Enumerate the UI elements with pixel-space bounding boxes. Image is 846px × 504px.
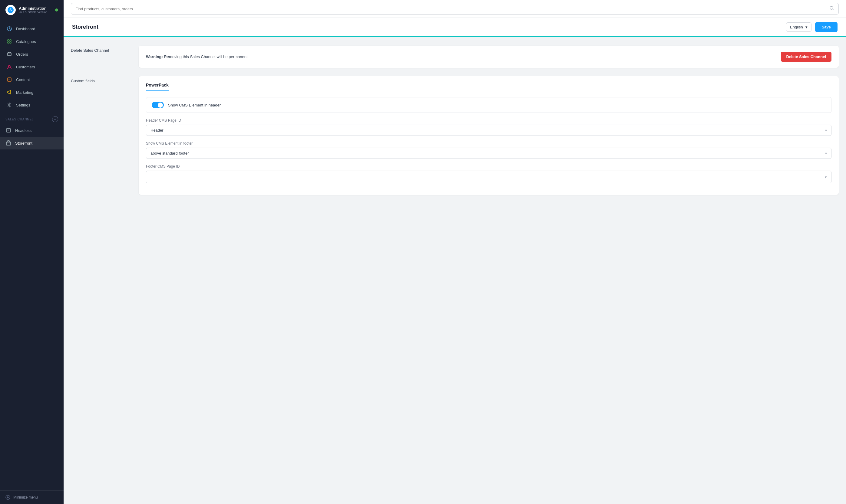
sales-channel-section: Sales Channel + — [0, 111, 64, 124]
headless-icon — [5, 127, 12, 133]
custom-fields-section-row: Custom fields PowerPack Show CMS Element… — [71, 76, 839, 195]
chevron-down-icon: ▾ — [825, 151, 827, 156]
main-content: Storefront English ▾ Save Delete Sales C… — [64, 0, 846, 504]
orders-icon — [6, 51, 13, 57]
powerpack-tab[interactable]: PowerPack — [146, 83, 169, 91]
sidebar-item-label: Dashboard — [16, 26, 35, 31]
svg-point-10 — [9, 104, 10, 106]
svg-rect-6 — [10, 42, 11, 43]
chevron-down-icon: ▾ — [825, 175, 827, 179]
custom-fields-card: PowerPack Show CMS Element in header Hea… — [139, 76, 839, 195]
svg-rect-5 — [7, 42, 9, 43]
channel-label: Headless — [15, 128, 32, 133]
minimize-button[interactable]: Minimize menu — [5, 495, 58, 500]
customers-icon — [6, 64, 13, 70]
chevron-down-icon: ▾ — [806, 25, 808, 29]
catalogues-icon — [6, 38, 13, 44]
footer-cms-value: above standard footer — [151, 151, 189, 156]
header-cms-label: Header CMS Page ID — [146, 118, 831, 123]
svg-rect-9 — [7, 78, 11, 82]
footer-cms-select[interactable]: above standard footer ▾ — [146, 148, 831, 159]
svg-rect-11 — [6, 129, 11, 132]
footer-cms-label: Show CMS Element in footer — [146, 141, 831, 145]
show-cms-header-toggle[interactable] — [152, 102, 164, 108]
marketing-icon — [6, 89, 13, 95]
add-channel-button[interactable]: + — [52, 116, 58, 122]
app-name: Administration — [19, 6, 48, 11]
footer-cms-field-group: Show CMS Element in footer above standar… — [146, 141, 831, 159]
content-area: Delete Sales Channel Warning: Removing t… — [64, 37, 846, 504]
sidebar-item-catalogues[interactable]: Catalogues — [0, 35, 64, 48]
delete-section-label: Delete Sales Channel — [71, 46, 132, 68]
sidebar-item-label: Settings — [16, 103, 30, 107]
header-cms-field-group: Header CMS Page ID Header ▾ — [146, 118, 831, 136]
show-cms-header-toggle-row: Show CMS Element in header — [146, 97, 831, 113]
sidebar-item-headless[interactable]: Headless — [0, 124, 64, 137]
language-label: English — [790, 25, 803, 29]
svg-point-8 — [8, 65, 10, 67]
app-logo: S — [5, 5, 16, 15]
custom-fields-section-label: Custom fields — [71, 76, 132, 195]
status-dot — [55, 8, 58, 12]
svg-rect-4 — [10, 40, 11, 41]
chevron-down-icon: ▾ — [825, 128, 827, 132]
sidebar-item-content[interactable]: Content — [0, 73, 64, 86]
sidebar-item-label: Catalogues — [16, 39, 36, 44]
search-bar[interactable] — [71, 3, 839, 15]
page-header: Storefront English ▾ Save — [64, 18, 846, 37]
search-input[interactable] — [75, 7, 826, 11]
powerpack-tab-bar: PowerPack — [146, 82, 831, 97]
delete-sales-channel-button[interactable]: Delete Sales Channel — [781, 52, 832, 62]
content-icon — [6, 76, 13, 83]
settings-icon — [6, 102, 13, 108]
storefront-icon — [5, 140, 12, 146]
sidebar-item-orders[interactable]: Orders — [0, 48, 64, 60]
sidebar-item-label: Marketing — [16, 90, 33, 95]
svg-rect-3 — [7, 40, 9, 41]
sidebar-item-label: Orders — [16, 52, 28, 57]
svg-text:S: S — [10, 8, 12, 12]
show-cms-header-label: Show CMS Element in header — [168, 103, 221, 107]
sidebar-header: S Administration v6.1.5 Stable Version — [0, 0, 64, 20]
channel-label: Storefront — [15, 141, 32, 145]
nav-menu: Dashboard Catalogues Orders Customers Co — [0, 20, 64, 490]
sidebar-item-marketing[interactable]: Marketing — [0, 86, 64, 98]
sidebar-footer: Minimize menu — [0, 490, 64, 504]
dashboard-icon — [6, 26, 13, 32]
sidebar: S Administration v6.1.5 Stable Version D… — [0, 0, 64, 504]
minimize-label: Minimize menu — [13, 495, 38, 500]
warning-text: Warning: Removing this Sales Channel wil… — [146, 54, 248, 59]
page-title: Storefront — [72, 24, 786, 30]
sidebar-item-settings[interactable]: Settings — [0, 98, 64, 111]
footer-page-id-field-group: Footer CMS Page ID ▾ — [146, 164, 831, 183]
warning-message: Removing this Sales Channel will be perm… — [163, 54, 248, 59]
delete-section-card: Warning: Removing this Sales Channel wil… — [139, 46, 839, 68]
warning-bold: Warning: — [146, 54, 163, 59]
app-title-block: Administration v6.1.5 Stable Version — [19, 6, 48, 14]
sidebar-item-dashboard[interactable]: Dashboard — [0, 22, 64, 35]
delete-section-row: Delete Sales Channel Warning: Removing t… — [71, 46, 839, 68]
sidebar-item-storefront[interactable]: Storefront — [0, 137, 64, 149]
sidebar-item-label: Customers — [16, 65, 35, 69]
sidebar-item-customers[interactable]: Customers — [0, 60, 64, 73]
footer-page-id-label: Footer CMS Page ID — [146, 164, 831, 168]
app-version: v6.1.5 Stable Version — [19, 11, 48, 14]
svg-rect-12 — [6, 142, 11, 145]
footer-page-id-select[interactable]: ▾ — [146, 170, 831, 183]
warning-content: Warning: Removing this Sales Channel wil… — [146, 52, 831, 62]
svg-rect-7 — [7, 53, 11, 56]
topbar — [64, 0, 846, 18]
sidebar-item-label: Content — [16, 77, 30, 82]
header-cms-select[interactable]: Header ▾ — [146, 125, 831, 136]
search-icon — [829, 6, 834, 12]
header-cms-value: Header — [151, 128, 163, 132]
language-select[interactable]: English ▾ — [786, 22, 811, 32]
save-button[interactable]: Save — [815, 22, 838, 32]
